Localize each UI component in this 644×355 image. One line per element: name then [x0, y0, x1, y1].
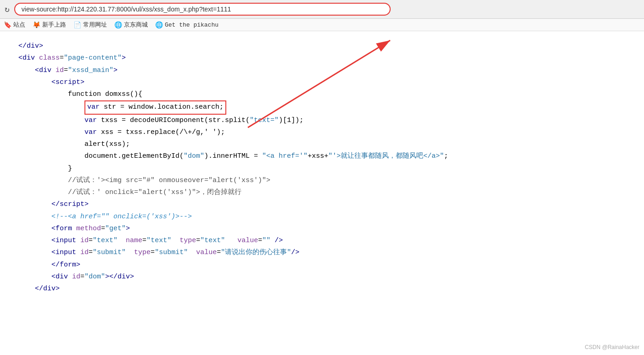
code-line-4: <div id="xssd_main">	[18, 65, 626, 77]
code-line-22: <div id="dom"></div>	[18, 271, 626, 283]
bookmark-common-label: 常用网址	[83, 21, 107, 29]
bookmark-sites[interactable]: 🔖 站点	[4, 21, 25, 29]
code-line-18: <form method="get">	[18, 223, 626, 235]
reload-button[interactable]: ↻	[5, 4, 10, 14]
bookmark-sites-label: 站点	[13, 21, 25, 29]
source-content: </div> <div class="page-content"> <div i…	[0, 31, 644, 304]
code-line-23: </div>	[18, 283, 626, 295]
code-line-6: function domxss(){	[18, 89, 626, 100]
code-line-19: <input id="text" name="text" type="text"…	[18, 235, 626, 247]
bookmark-sites-icon: 🔖	[4, 21, 11, 29]
pikachu-icon: 🌐	[155, 21, 163, 29]
code-line-17: <!--<a href="" onclick=('xss')>-->	[18, 211, 626, 223]
firefox-icon: 🦊	[33, 21, 40, 29]
bookmark-pikachu[interactable]: 🌐 Get the pikachu	[155, 21, 218, 29]
code-line-1: </div>	[18, 40, 626, 52]
highlighted-line: var str = window.location.search;	[84, 100, 226, 114]
code-line-7: var str = window.location.search;	[18, 100, 626, 114]
code-line-10: alert(xss);	[18, 139, 626, 150]
bookmark-newbie[interactable]: 🦊 新手上路	[33, 21, 66, 29]
code-line-2: <div class="page-content">	[18, 52, 626, 64]
browser-toolbar: ↻	[0, 0, 644, 19]
address-bar-container	[14, 3, 391, 16]
code-line-5: <script>	[18, 77, 626, 89]
bookmark-common[interactable]: 📄 常用网址	[73, 21, 107, 29]
code-line-14: //试试：'><img src="#" onmouseover="alert('…	[18, 175, 626, 187]
code-line-21: </form>	[18, 259, 626, 271]
bookmark-newbie-label: 新手上路	[42, 21, 66, 29]
code-line-16: </script>	[18, 199, 626, 211]
code-line-15: //试试：' onclick="alert('xss')">，闭合掉就行	[18, 187, 626, 199]
code-line-13: }	[18, 163, 626, 175]
bookmark-jd-label: 京东商城	[124, 21, 148, 29]
jd-icon: 🌐	[114, 21, 122, 29]
page-icon: 📄	[73, 21, 81, 29]
code-line-20: <input id="submit" type="submit" value="…	[18, 247, 626, 259]
bookmarks-bar: 🔖 站点 🦊 新手上路 📄 常用网址 🌐 京东商城 🌐 Get the pika…	[0, 19, 644, 31]
code-line-8: var txss = decodeURIComponent(str.split(…	[18, 115, 626, 127]
address-bar[interactable]	[14, 3, 391, 16]
bookmark-jd[interactable]: 🌐 京东商城	[114, 21, 148, 29]
code-line-9: var xss = txss.replace(/\+/g,' ');	[18, 127, 626, 139]
bookmark-pikachu-label: Get the pikachu	[165, 22, 218, 28]
code-line-12: document.getElementById("dom").innerHTML…	[18, 150, 626, 162]
